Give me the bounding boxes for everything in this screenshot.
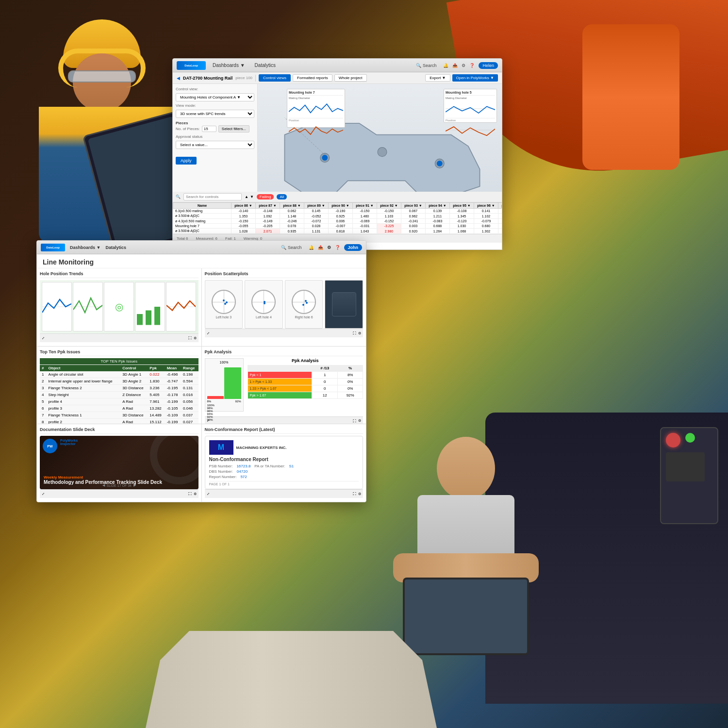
ppk-cell: -0.747 <box>165 378 181 384</box>
spc-pos-label-7: Position <box>289 118 343 122</box>
bar-red <box>207 396 224 399</box>
ppk-legend-col-pct: % <box>338 365 363 372</box>
scatter-right6: Right hole 6 <box>285 280 323 329</box>
apply-section: Apply <box>176 153 254 165</box>
ppk-analysis-settings-icon[interactable]: ⚙ <box>358 419 361 423</box>
svg-rect-9 <box>146 311 151 325</box>
ppk-cell: Angle of circular slot <box>47 371 121 378</box>
spc-chart-7 <box>289 100 343 117</box>
ncr-bottom-bar: ⤢ ⛶ ⚙ <box>205 489 364 498</box>
selected-hole-3 <box>437 161 443 166</box>
scatter-settings-icon[interactable]: ⚙ <box>358 331 361 335</box>
table-search-input[interactable] <box>183 193 242 200</box>
whole-project-tab[interactable]: Whole project <box>334 74 367 82</box>
cell-value: -0.140 <box>232 209 256 214</box>
approval-select[interactable]: Select a value... <box>176 141 254 149</box>
bottom-settings-icon[interactable]: ⚙ <box>327 245 331 250</box>
ppk-cell: 0.016 <box>181 391 198 398</box>
doc-expand-icon[interactable]: ⤢ <box>42 492 45 496</box>
bottom-user-badge[interactable]: John <box>344 244 363 251</box>
bottom-search-icon: 🔍 <box>281 245 286 250</box>
pieces-row: No. of Pieces: Select filters... <box>176 125 254 132</box>
table-scroll[interactable]: Name piece 86 ▼ piece 87 ▼ piece 88 ▼ pi… <box>173 202 502 234</box>
cell-value: 0.145 <box>304 209 329 214</box>
worker-head <box>437 437 495 500</box>
col-p90: piece 90 ▼ <box>329 203 353 209</box>
bar-label-92: 92% <box>235 400 241 403</box>
table-row: ø 4.3(x0.500 mating-0.150-0.149-0.246-0.… <box>173 219 502 224</box>
user-badge[interactable]: Helen <box>479 62 498 69</box>
y-axis-labels: 100% 98% 96% 94% 92% 90% <box>207 404 241 421</box>
prev-slide-icon[interactable]: ◀ <box>102 483 105 487</box>
scatter-label-1: Left hole 3 <box>215 315 232 319</box>
ncr-fullscreen-icon[interactable]: ⛶ <box>353 492 356 496</box>
ppk-pct-cell: 0% <box>338 378 363 385</box>
all-badge[interactable]: All <box>277 194 287 199</box>
ppk-legend-row: Ppk > 1.671292% <box>248 392 363 398</box>
hpt-settings-icon[interactable]: ⚙ <box>194 336 197 340</box>
ppk-cell: -0.199 <box>165 418 181 424</box>
bottom-share-icon[interactable]: 📤 <box>318 245 323 250</box>
table-body: 6.3(x0.500 mating-0.140-0.1480.0620.145-… <box>173 209 502 234</box>
hpt-expand-icon[interactable]: ⤢ <box>42 336 45 340</box>
ncr-psb-label: PSB Number: <box>209 464 233 468</box>
bottom-datalytics-nav[interactable]: Datalytics <box>105 245 126 250</box>
ppk-table-body: 1Angle of circular slot3D Angle 10.022-0… <box>40 371 199 424</box>
ppk-col-control: Control <box>120 364 148 371</box>
doc-settings-icon[interactable]: ⚙ <box>194 492 197 496</box>
ncr-settings-icon[interactable]: ⚙ <box>358 492 361 496</box>
bell-icon[interactable]: 🔔 <box>443 63 448 68</box>
export-button[interactable]: Export ▼ <box>425 74 450 82</box>
back-btn[interactable]: ◀ <box>177 76 180 81</box>
next-slide-icon[interactable]: ▶ <box>133 483 136 487</box>
formatted-reports-tab[interactable]: Formatted reports <box>293 74 332 82</box>
no-of-pieces-input[interactable] <box>202 126 216 132</box>
scatter-fullscreen-icon[interactable]: ⛶ <box>353 331 356 335</box>
cell-name: ø 3.500⊕ A|D|C <box>173 229 232 234</box>
ppk-legend-body: Ppk < 118%1 > Ppk < 1.3300%1.33 > Ppk < … <box>248 371 363 398</box>
spc-overlay-hole7: Mounting hole 7 Mating Diameter Position <box>287 89 345 128</box>
select-filters-button[interactable]: Select filters... <box>218 125 249 132</box>
ppk-cell: -0.195 <box>165 384 181 391</box>
bottom-bell-icon[interactable]: 🔔 <box>309 245 314 250</box>
dashboards-nav[interactable]: Dashboards ▼ <box>211 62 247 69</box>
hpt-fullscreen-icon[interactable]: ⛶ <box>188 336 192 340</box>
ppk-analysis-fullscreen-icon[interactable]: ⛶ <box>353 419 356 423</box>
doc-fullscreen-icon[interactable]: ⛶ <box>188 492 192 496</box>
ncr-page-info: PAGE 1 OF 1 <box>209 481 359 486</box>
failing-badge[interactable]: Failing <box>257 194 274 199</box>
control-view-select[interactable]: Mounting Holes of Component A ▼ <box>176 93 254 101</box>
search-button[interactable]: 🔍 Search <box>413 62 440 69</box>
ppk-count-cell: 1 <box>312 371 338 378</box>
share-icon[interactable]: 📤 <box>452 63 458 68</box>
ncr-section-title: Non-Conformance Report (Latest) <box>205 427 364 434</box>
cell-value: 0.925 <box>329 214 353 219</box>
apply-button[interactable]: Apply <box>176 157 197 165</box>
hpt-sparkline-5 <box>166 282 196 331</box>
ppk-cell: 1 <box>40 371 47 378</box>
selected-hole-1 <box>322 155 328 161</box>
scatter-expand-icon[interactable]: ⤢ <box>207 331 210 335</box>
hpt-sparkline-1 <box>42 282 71 331</box>
cell-value: -0.083 <box>426 219 450 224</box>
open-polyworks-button[interactable]: Open in PolyWorks ▼ <box>452 74 498 82</box>
ncr-panel: M MACHINING EXPERTS INC. Non-Conformance… <box>205 436 364 489</box>
bottom-dashboards-nav[interactable]: Dashboards ▼ <box>70 245 100 250</box>
ppk-cell: 0.022 <box>148 371 165 378</box>
ppk-analysis-expand-icon[interactable]: ⤢ <box>207 419 210 423</box>
cell-value: 1.302 <box>474 229 498 234</box>
bottom-help-icon[interactable]: ❓ <box>335 245 340 250</box>
ncr-report-value: 572 <box>240 475 247 479</box>
ppk-color-cell: Ppk < 1 <box>248 371 312 378</box>
cell-value: -0.120 <box>450 219 474 224</box>
datalytics-nav[interactable]: Datalytics <box>253 62 278 69</box>
help-icon[interactable]: ❓ <box>469 63 475 68</box>
cell-value: -0.007 <box>329 224 353 229</box>
scatter-title: Position Scatterplots <box>205 271 364 278</box>
control-views-tab[interactable]: Control views <box>259 74 291 82</box>
settings-icon[interactable]: ⚙ <box>462 63 465 68</box>
view-mode-select[interactable]: 3D scene with SPC trends <box>176 110 254 118</box>
ncr-expand-icon[interactable]: ⤢ <box>207 492 210 496</box>
ppk-col-range: Range <box>181 364 198 371</box>
bottom-search-button[interactable]: 🔍 Search <box>278 244 305 251</box>
